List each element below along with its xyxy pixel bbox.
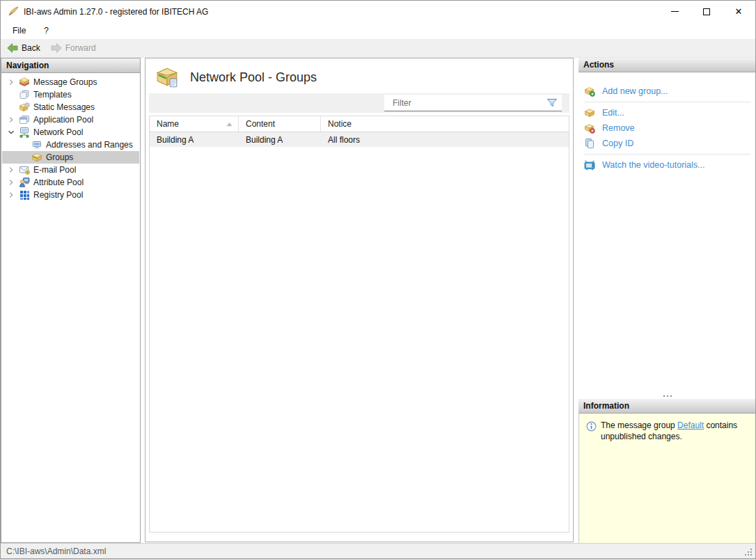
cell-notice: All floors [321,135,569,145]
add-new-group-action[interactable]: Add new group... [578,84,756,99]
statusbar: C:\IBI-aws\Admin\Data.xml [1,543,755,559]
sidebar-item-application-pool[interactable]: Application Pool [2,113,139,126]
resize-grip-icon[interactable] [745,549,746,550]
filter-field[interactable] [384,95,562,111]
titlebar[interactable]: IBI-aws Admin 1.27.0 - registered for IB… [1,1,755,22]
chevron-right-icon[interactable] [6,190,16,200]
app-window: { "window": { "title": "IBI-aws Admin 1.… [0,0,756,559]
video-tutorials-icon [584,159,595,171]
sidebar-item-addresses-and-ranges[interactable]: Addresses and Ranges [2,139,139,151]
close-icon: ✕ [735,7,743,16]
column-header-notice[interactable]: Notice [321,116,569,132]
close-button[interactable]: ✕ [723,1,755,22]
groups-table: Name Content Notice Building A Building … [149,116,569,533]
chevron-down-icon[interactable] [6,127,16,137]
splitter-grip-icon [663,395,672,397]
network-pool-icon [19,127,30,138]
remove-group-icon [584,123,595,134]
sidebar-item-label: Message Groups [33,77,97,87]
sidebar-item-groups[interactable]: Groups [2,151,139,164]
edit-group-icon [584,107,595,118]
navigation-panel: Navigation Message Groups Templates [1,58,141,543]
action-label: Remove [602,123,635,133]
sidebar-item-label: Templates [33,90,72,100]
table-header-row: Name Content Notice [150,116,569,132]
cell-name: Building A [150,135,239,145]
maximize-icon [703,8,710,15]
default-group-link[interactable]: Default [677,420,704,430]
minimize-button[interactable] [659,1,691,22]
navigation-toolbar: Back Forward [1,39,755,58]
sidebar-item-label: Registry Pool [33,190,83,200]
sort-ascending-icon [226,122,233,127]
right-side-panel: Actions Add new group... Edit... [578,58,756,543]
data-file-path: C:\IBI-aws\Admin\Data.xml [6,546,106,556]
sidebar-item-label: Application Pool [33,115,93,125]
sidebar-item-email-pool[interactable]: E-mail Pool [2,164,139,176]
groups-icon [31,152,42,163]
application-pool-icon [19,114,30,125]
filter-input[interactable] [384,98,546,108]
information-panel-header: Information [578,399,756,414]
remove-action[interactable]: Remove [578,120,756,136]
action-label: Add new group... [602,86,668,96]
back-arrow-icon [7,42,18,54]
actions-panel: Add new group... Edit... Remove [578,72,756,393]
main-content-panel: Network Pool - Groups Name Content Notic… [145,58,574,542]
copy-id-icon [584,138,595,149]
actions-panel-header: Actions [578,58,756,72]
table-row[interactable]: Building A Building A All floors [150,132,569,147]
column-header-content[interactable]: Content [239,116,321,132]
menu-help[interactable]: ? [38,23,55,38]
sidebar-item-registry-pool[interactable]: Registry Pool [2,189,139,201]
sidebar-item-label: Addresses and Ranges [46,140,133,150]
separator [584,102,750,102]
maximize-button[interactable] [691,1,723,22]
forward-arrow-icon [51,42,62,54]
information-panel: The message group Default contains unpub… [578,414,756,543]
templates-icon [19,89,30,100]
sidebar-item-static-messages[interactable]: Static Messages [2,101,139,113]
copy-id-action[interactable]: Copy ID [578,136,756,151]
sidebar-item-network-pool[interactable]: Network Pool [2,126,139,139]
app-quill-icon [8,6,19,17]
action-label: Watch the video-tutorials... [602,160,705,170]
sidebar-item-templates[interactable]: Templates [2,88,139,101]
navigation-tree: Message Groups Templates Static Messages [1,73,140,542]
minimize-icon [671,11,679,12]
chevron-right-icon[interactable] [6,115,16,125]
chevron-right-icon[interactable] [6,165,16,175]
sidebar-item-label: Network Pool [33,127,83,137]
sidebar-item-attribute-pool[interactable]: Attribute Pool [2,176,139,189]
sidebar-item-label: Static Messages [33,102,95,112]
watch-video-tutorials-action[interactable]: Watch the video-tutorials... [578,157,756,173]
column-label: Name [157,119,179,129]
action-label: Copy ID [602,139,633,148]
edit-action[interactable]: Edit... [578,105,756,120]
registry-pool-icon [19,189,30,200]
forward-label: Forward [65,43,96,53]
message-groups-icon [19,77,30,88]
cell-content: Building A [239,135,321,145]
back-label: Back [22,43,40,53]
chevron-right-icon[interactable] [6,77,16,87]
window-title: IBI-aws Admin 1.27.0 - registered for IB… [24,7,208,17]
column-label: Notice [328,119,352,129]
action-label: Edit... [602,108,624,118]
chevron-right-icon[interactable] [6,178,16,187]
network-group-box-icon [155,65,179,89]
panel-splitter[interactable] [578,393,756,399]
sidebar-item-message-groups[interactable]: Message Groups [2,76,139,88]
menu-file[interactable]: File [6,23,32,38]
column-header-name[interactable]: Name [150,116,239,132]
attribute-pool-icon [19,177,30,188]
sidebar-item-label: E-mail Pool [33,165,76,175]
filter-bar [149,93,569,113]
page-title: Network Pool - Groups [190,70,317,85]
filter-funnel-icon[interactable] [546,97,558,109]
forward-button[interactable]: Forward [47,40,100,56]
info-icon [586,421,597,432]
back-button[interactable]: Back [3,40,45,56]
navigation-panel-header: Navigation [1,58,140,73]
addresses-ranges-icon [31,139,42,150]
